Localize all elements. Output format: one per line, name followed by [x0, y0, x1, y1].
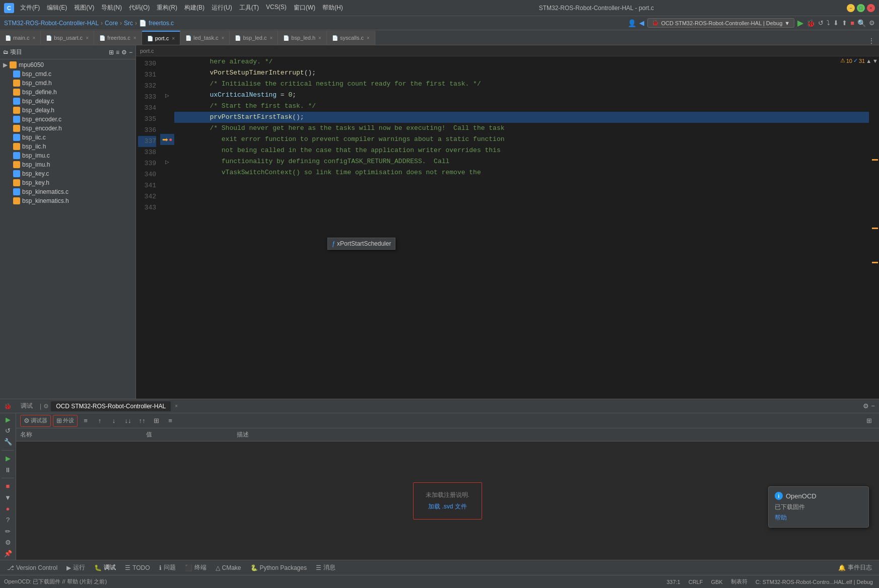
bab-event-log[interactable]: 🔔 事件日志: [835, 562, 875, 573]
debug-reset-icon[interactable]: ↺: [2, 426, 14, 434]
tab-syscalls[interactable]: 📄 syscalls.c ×: [327, 31, 375, 45]
tab-main-c[interactable]: 📄 main.c ×: [0, 31, 41, 45]
status-encoding[interactable]: GBK: [709, 579, 724, 585]
panel-settings-icon[interactable]: ⚙: [863, 402, 869, 410]
minimize-button[interactable]: −: [847, 4, 855, 12]
reload-button[interactable]: ↺: [818, 19, 824, 27]
menu-window[interactable]: 窗口(W): [291, 3, 318, 13]
breadcrumb-core[interactable]: Core: [105, 20, 118, 27]
breadcrumb-src[interactable]: Src: [124, 20, 133, 27]
tree-item-bsp-kinematics-h[interactable]: bsp_kinematics.h: [0, 196, 136, 205]
breadcrumb-file[interactable]: freertos.c: [149, 20, 174, 27]
tree-item-bsp-delay-c[interactable]: bsp_delay.c: [0, 97, 136, 106]
stop-button[interactable]: ■: [850, 19, 854, 27]
tree-item-bsp-encoder-c[interactable]: bsp_encoder.c: [0, 115, 136, 124]
menu-run[interactable]: 运行(U): [209, 3, 235, 13]
tree-item-bsp-key-h[interactable]: bsp_key.h: [0, 178, 136, 187]
tree-item-bsp-define-h[interactable]: bsp_define.h: [0, 88, 136, 97]
settings-button[interactable]: ⚙: [869, 19, 875, 27]
tree-item-bsp-cmd-h[interactable]: bsp_cmd.h: [0, 79, 136, 88]
menu-view[interactable]: 视图(V): [71, 3, 97, 13]
dh-btn-debugger[interactable]: ⚙ 调试器: [20, 415, 51, 427]
sidebar-minus-icon[interactable]: −: [129, 49, 132, 56]
dh-btn-peripherals[interactable]: ⊞ 外设: [53, 415, 78, 427]
bab-todo[interactable]: ☰ TODO: [122, 563, 153, 572]
close-button[interactable]: ×: [867, 4, 875, 12]
menu-refactor[interactable]: 重构(R): [154, 3, 180, 13]
debug-bp-icon[interactable]: ●: [2, 504, 14, 512]
code-lines[interactable]: here already. */ vPortSetupTimerInterrup…: [174, 56, 869, 399]
tab-close-freertos[interactable]: ×: [133, 35, 137, 41]
tree-item-bsp-key-c[interactable]: bsp_key.c: [0, 169, 136, 178]
dh-btn-grid[interactable]: ⊞: [150, 415, 162, 427]
dh-btn-bars[interactable]: ≡: [164, 415, 176, 427]
debug-pin-icon[interactable]: 📌: [2, 550, 14, 558]
fold-icon-339[interactable]: ▷: [165, 159, 169, 165]
debug-pencil-icon[interactable]: ✏: [2, 527, 14, 535]
step-into-button[interactable]: ⬇: [833, 19, 839, 27]
menu-tools[interactable]: 工具(T): [236, 3, 262, 13]
openocd-help-link[interactable]: 帮助: [775, 513, 862, 522]
more-tabs-button[interactable]: ⋮: [864, 37, 879, 45]
debug-filter-icon[interactable]: ▼: [2, 493, 14, 501]
status-file-path[interactable]: C: STM32-ROS-Robot-Contro...HAL.elf | De…: [754, 579, 875, 585]
bab-run[interactable]: ▶ 运行: [63, 562, 88, 573]
bottom-tab-debug[interactable]: 调试: [16, 400, 38, 412]
menu-help[interactable]: 帮助(H): [319, 3, 346, 13]
tab-port-c[interactable]: 📄 port.c ×: [142, 31, 180, 45]
dh-btn-down[interactable]: ↓: [108, 415, 120, 427]
tab-close-usart[interactable]: ×: [86, 35, 89, 41]
fold-icon-333[interactable]: ▷: [165, 93, 169, 98]
menu-code[interactable]: 代码(O): [126, 3, 153, 13]
svd-load-link[interactable]: 加载 .svd 文件: [426, 502, 469, 511]
dh-btn-down2[interactable]: ↓↓: [122, 415, 134, 427]
status-file-type[interactable]: 制表符: [729, 578, 750, 585]
tree-item-bsp-iic-h[interactable]: bsp_iic.h: [0, 142, 136, 151]
sidebar-expand-icon[interactable]: ⊞: [109, 49, 114, 56]
bab-python-packages[interactable]: 🐍 Python Packages: [247, 563, 310, 572]
menu-file[interactable]: 文件(F): [17, 3, 43, 13]
menu-edit[interactable]: 编辑(E): [44, 3, 70, 13]
autocomplete-text[interactable]: xPortStartScheduler: [337, 240, 391, 247]
debug-wrench-icon[interactable]: 🔧: [2, 438, 14, 446]
code-editor[interactable]: port.c 330 331 332 333 334 335 336 337 3…: [136, 45, 879, 399]
debug-pause-btn[interactable]: ⏸: [2, 466, 14, 474]
tab-close-syscalls[interactable]: ×: [367, 35, 370, 41]
step-over-button[interactable]: ⤵: [827, 19, 830, 27]
tree-item-bsp-encoder-h[interactable]: bsp_encoder.h: [0, 124, 136, 133]
up-arrow-icon[interactable]: ▲: [866, 58, 871, 64]
bab-terminal[interactable]: ⬛ 终端: [182, 562, 210, 573]
bab-cmake[interactable]: △ CMake: [213, 563, 244, 572]
menu-vcs[interactable]: VCS(S): [263, 3, 290, 13]
tree-item-mpu6050[interactable]: ▶ mpu6050: [0, 60, 136, 69]
debug-gear2-icon[interactable]: ⚙: [2, 538, 14, 546]
ocd-tab-close[interactable]: ×: [175, 403, 178, 409]
status-line-ending[interactable]: CRLF: [687, 579, 705, 585]
dh-btn-list[interactable]: ≡: [80, 415, 92, 427]
sidebar-sort-icon[interactable]: ≡: [116, 49, 119, 56]
back-icon[interactable]: ◀: [639, 19, 644, 27]
tree-item-bsp-cmd-c[interactable]: bsp_cmd.c: [0, 69, 136, 79]
step-out-button[interactable]: ⬆: [842, 19, 847, 27]
dh-btn-up2[interactable]: ↑↑: [136, 415, 148, 427]
run-button[interactable]: ▶: [797, 18, 803, 28]
tab-bsp-usart[interactable]: 📄 bsp_usart.c ×: [41, 31, 94, 45]
tree-item-bsp-imu-h[interactable]: bsp_imu.h: [0, 160, 136, 169]
debug-green-play[interactable]: ▶: [2, 455, 14, 463]
bab-debug[interactable]: 🐛 调试: [91, 562, 119, 573]
down-arrow-icon[interactable]: ▼: [872, 58, 878, 64]
profile-icon[interactable]: 👤: [628, 19, 636, 27]
panel-minimize-icon[interactable]: −: [871, 402, 875, 410]
tree-item-bsp-kinematics-c[interactable]: bsp_kinematics.c: [0, 187, 136, 196]
tab-bsp-led-h[interactable]: 📄 bsp_led.h ×: [278, 31, 327, 45]
autocomplete-popup[interactable]: ƒ xPortStartScheduler: [327, 238, 395, 250]
debug-play-btn[interactable]: ▶: [2, 415, 14, 423]
tab-led-task[interactable]: 📄 led_task.c ×: [180, 31, 230, 45]
tree-item-bsp-delay-h[interactable]: bsp_delay.h: [0, 106, 136, 115]
tab-close-bsp-led-h[interactable]: ×: [318, 35, 321, 41]
tab-close-bsp-led-c[interactable]: ×: [270, 35, 273, 41]
bug-button[interactable]: 🐞: [806, 19, 815, 27]
tab-freertos[interactable]: 📄 freertos.c ×: [94, 31, 142, 45]
debug-config-selector[interactable]: 🐞 OCD STM32-ROS-Robot-Controller-HAL | D…: [647, 18, 794, 28]
tab-bsp-led-c[interactable]: 📄 bsp_led.c ×: [230, 31, 278, 45]
